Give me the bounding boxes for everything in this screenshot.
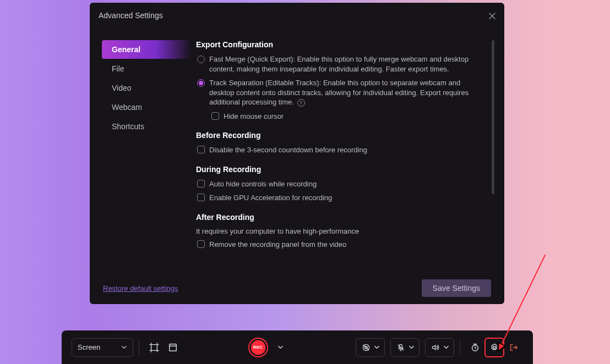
dialog-body: General File Video Webcam Shortcuts Expo… bbox=[90, 28, 504, 272]
window-select-button[interactable] bbox=[164, 338, 182, 357]
section-after-recording: After Recording It requires your compute… bbox=[196, 213, 487, 250]
microphone-toggle[interactable] bbox=[390, 338, 420, 357]
checkbox-unchecked-icon[interactable] bbox=[197, 180, 205, 187]
option-auto-hide-controls[interactable]: Auto hide controls while recording bbox=[196, 179, 487, 189]
close-icon bbox=[489, 13, 495, 19]
region-select-button[interactable] bbox=[145, 338, 164, 357]
speaker-icon bbox=[431, 343, 440, 352]
chevron-down-icon bbox=[409, 344, 415, 350]
option-label: Auto hide controls while recording bbox=[209, 179, 317, 189]
settings-button-highlight bbox=[484, 338, 504, 357]
dialog-footer: Restore default settings Save Settings bbox=[90, 272, 504, 304]
option-fast-merge[interactable]: Fast Merge (Quick Export): Enable this o… bbox=[196, 54, 487, 74]
svg-point-6 bbox=[493, 346, 496, 349]
record-options-button[interactable] bbox=[271, 338, 290, 357]
svg-rect-0 bbox=[151, 344, 157, 350]
section-export-configuration: Export Configuration Fast Merge (Quick E… bbox=[196, 40, 487, 121]
recording-panel: Screen REC bbox=[62, 330, 533, 364]
advanced-settings-dialog: Advanced Settings General File Video Web… bbox=[90, 3, 504, 304]
close-button[interactable] bbox=[487, 10, 498, 21]
option-text: Track Separation (Editable Tracks): Enab… bbox=[209, 79, 469, 106]
sidebar-item-shortcuts[interactable]: Shortcuts bbox=[102, 117, 192, 136]
option-label: Track Separation (Editable Tracks): Enab… bbox=[209, 78, 487, 107]
help-icon[interactable]: ? bbox=[297, 99, 305, 107]
option-gpu-acceleration[interactable]: Enable GPU Acceleration for recording bbox=[196, 193, 487, 203]
checkbox-unchecked-icon[interactable] bbox=[197, 240, 205, 248]
option-track-separation[interactable]: Track Separation (Editable Tracks): Enab… bbox=[196, 78, 487, 107]
checkbox-unchecked-icon[interactable] bbox=[197, 194, 205, 201]
content-scroll[interactable]: Export Configuration Fast Merge (Quick E… bbox=[196, 40, 494, 268]
exit-icon bbox=[509, 343, 519, 352]
clock-icon bbox=[470, 343, 480, 352]
exit-button[interactable] bbox=[504, 338, 523, 357]
divider bbox=[139, 340, 139, 355]
chevron-down-icon bbox=[277, 344, 284, 350]
sidebar-item-label: Shortcuts bbox=[112, 122, 144, 131]
sidebar-item-label: General bbox=[112, 45, 140, 54]
dialog-title: Advanced Settings bbox=[99, 11, 163, 20]
option-hide-mouse-cursor[interactable]: Hide mouse cursor bbox=[196, 112, 487, 122]
settings-sidebar: General File Video Webcam Shortcuts bbox=[90, 28, 192, 272]
option-disable-countdown[interactable]: Disable the 3-second countdown before re… bbox=[196, 145, 487, 155]
record-button-label: REC bbox=[253, 345, 263, 350]
divider bbox=[460, 340, 460, 355]
chevron-down-icon bbox=[374, 344, 380, 350]
sidebar-item-label: Webcam bbox=[112, 103, 142, 112]
screen-source-label: Screen bbox=[78, 343, 100, 351]
option-label: Disable the 3-second countdown before re… bbox=[209, 145, 367, 155]
settings-content: Export Configuration Fast Merge (Quick E… bbox=[192, 28, 504, 272]
chevron-down-icon bbox=[443, 344, 449, 350]
webcam-off-icon bbox=[362, 343, 371, 352]
sidebar-item-label: Video bbox=[112, 84, 132, 92]
svg-rect-1 bbox=[170, 344, 177, 351]
screen-source-select[interactable]: Screen bbox=[72, 338, 133, 357]
chevron-down-icon bbox=[121, 344, 127, 350]
radio-unchecked-icon[interactable] bbox=[197, 56, 205, 63]
sidebar-item-webcam[interactable]: Webcam bbox=[102, 98, 192, 117]
dialog-header: Advanced Settings bbox=[90, 3, 504, 28]
option-remove-recording-panel[interactable]: Remove the recording panel from the vide… bbox=[196, 240, 487, 250]
option-label: Hide mouse cursor bbox=[224, 112, 284, 122]
scrollbar-thumb[interactable] bbox=[492, 40, 494, 194]
section-title: Before Recording bbox=[196, 131, 487, 140]
option-label: Fast Merge (Quick Export): Enable this o… bbox=[209, 54, 487, 74]
microphone-off-icon bbox=[396, 343, 405, 352]
webcam-toggle[interactable] bbox=[356, 338, 385, 357]
settings-button[interactable] bbox=[486, 339, 503, 356]
option-label: Remove the recording panel from the vide… bbox=[209, 240, 346, 250]
timer-button[interactable] bbox=[466, 338, 484, 357]
section-subtext: It requires your computer to have high-p… bbox=[196, 227, 487, 235]
section-title: Export Configuration bbox=[196, 40, 487, 49]
checkbox-unchecked-icon[interactable] bbox=[197, 146, 205, 153]
window-icon bbox=[168, 343, 178, 352]
radio-checked-icon[interactable] bbox=[197, 79, 205, 87]
audio-toggle[interactable] bbox=[425, 338, 454, 357]
option-label: Enable GPU Acceleration for recording bbox=[209, 193, 332, 203]
section-title: During Recording bbox=[196, 165, 487, 174]
sidebar-item-video[interactable]: Video bbox=[102, 79, 192, 97]
record-button[interactable]: REC bbox=[248, 338, 268, 357]
checkbox-unchecked-icon[interactable] bbox=[211, 112, 219, 120]
sidebar-item-general[interactable]: General bbox=[102, 40, 192, 59]
gear-icon bbox=[489, 343, 499, 352]
section-title: After Recording bbox=[196, 213, 487, 222]
sidebar-item-file[interactable]: File bbox=[102, 59, 192, 78]
section-during-recording: During Recording Auto hide controls whil… bbox=[196, 165, 487, 203]
sidebar-item-label: File bbox=[112, 64, 124, 73]
restore-defaults-link[interactable]: Restore default settings bbox=[103, 284, 178, 293]
section-before-recording: Before Recording Disable the 3-second co… bbox=[196, 131, 487, 155]
crop-region-icon bbox=[149, 343, 159, 352]
save-settings-button[interactable]: Save Settings bbox=[422, 279, 491, 297]
